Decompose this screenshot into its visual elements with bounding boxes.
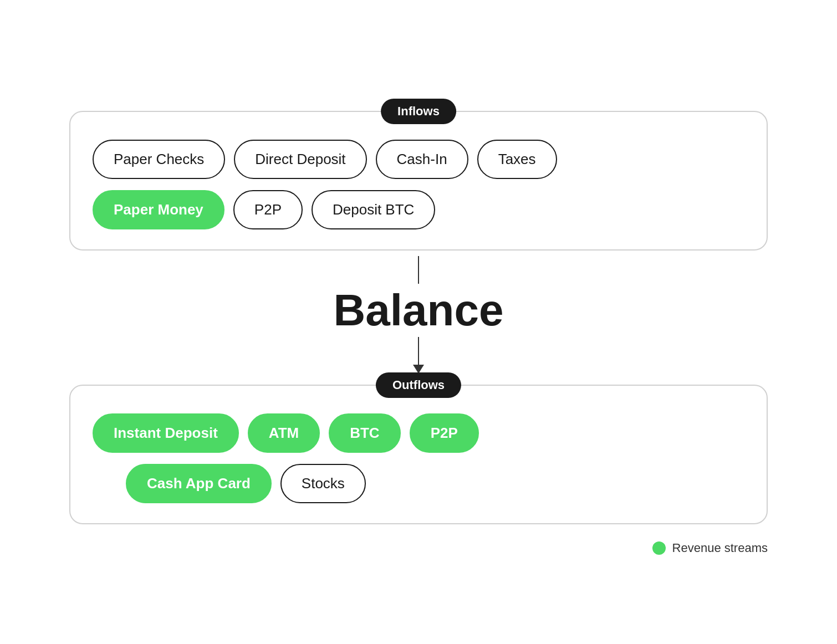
pill-p2p-out[interactable]: P2P <box>410 413 479 453</box>
diagram-container: Inflows Paper ChecksDirect DepositCash-I… <box>69 89 768 555</box>
outflows-section: Outflows Instant DepositATMBTCP2P Cash A… <box>69 385 768 524</box>
arrow-line-bottom <box>418 337 419 365</box>
outflows-row-1: Instant DepositATMBTCP2P <box>93 413 479 453</box>
pill-direct-deposit[interactable]: Direct Deposit <box>234 140 366 179</box>
legend-text: Revenue streams <box>672 541 768 555</box>
arrow-line-top <box>418 256 419 284</box>
pill-stocks[interactable]: Stocks <box>280 464 366 503</box>
balance-section: Balance <box>334 256 504 374</box>
legend: Revenue streams <box>652 541 768 555</box>
pill-instant-deposit[interactable]: Instant Deposit <box>93 413 239 453</box>
pill-deposit-btc[interactable]: Deposit BTC <box>312 190 435 229</box>
inflows-row-1: Paper ChecksDirect DepositCash-InTaxes <box>93 140 557 179</box>
inflows-row-2: Paper MoneyP2PDeposit BTC <box>93 190 435 229</box>
pill-cash-app-card[interactable]: Cash App Card <box>126 464 272 503</box>
pill-paper-money[interactable]: Paper Money <box>93 190 224 229</box>
pill-paper-checks[interactable]: Paper Checks <box>93 140 225 179</box>
outflows-label: Outflows <box>376 372 461 398</box>
outflows-row-2: Cash App CardStocks <box>93 464 366 503</box>
pill-taxes[interactable]: Taxes <box>477 140 557 179</box>
outflows-box: Instant DepositATMBTCP2P Cash App CardSt… <box>69 385 768 524</box>
balance-label: Balance <box>334 288 504 333</box>
pill-btc[interactable]: BTC <box>329 413 400 453</box>
pill-cash-in[interactable]: Cash-In <box>376 140 468 179</box>
legend-dot <box>652 541 666 555</box>
inflows-box: Paper ChecksDirect DepositCash-InTaxes P… <box>69 111 768 251</box>
inflows-section: Inflows Paper ChecksDirect DepositCash-I… <box>69 111 768 251</box>
pill-atm[interactable]: ATM <box>248 413 320 453</box>
pill-p2p-in[interactable]: P2P <box>233 190 303 229</box>
inflows-label: Inflows <box>381 99 456 124</box>
